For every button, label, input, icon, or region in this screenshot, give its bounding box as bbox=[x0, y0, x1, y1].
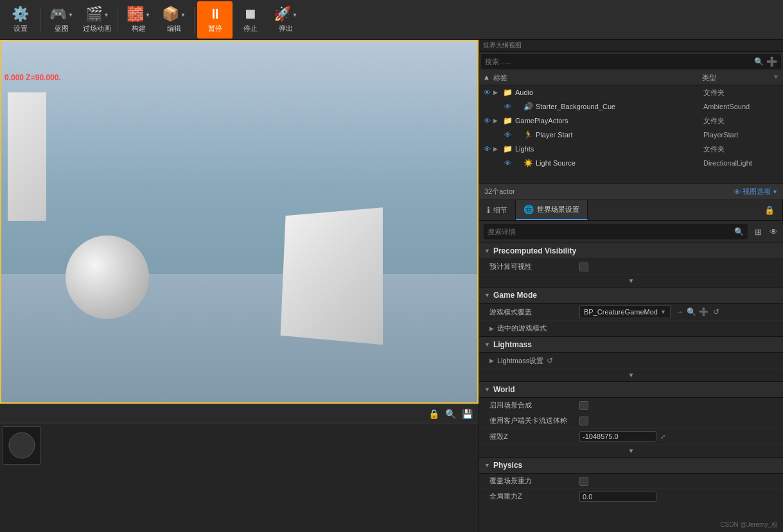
stop-button[interactable]: ⏹ 停止 bbox=[233, 1, 268, 39]
section-gamemode[interactable]: ▼ Game Mode bbox=[479, 287, 783, 304]
info-icon: ℹ bbox=[487, 205, 490, 215]
blueprint-button[interactable]: 🎮 ▼ 蓝图 bbox=[44, 1, 79, 39]
eye-icon-bgcue[interactable]: 👁 bbox=[502, 101, 513, 112]
outliner-search-icon: 🔍 bbox=[754, 57, 764, 66]
tab-details[interactable]: ℹ 细节 bbox=[479, 200, 516, 220]
expand-lights[interactable]: ▶ bbox=[493, 146, 501, 152]
gamemode-title: Game Mode bbox=[493, 291, 537, 300]
expand-gameplay[interactable]: ▶ bbox=[493, 117, 501, 124]
tree-item-bg-cue[interactable]: 👁 ▶ 🔊 Starter_Background_Cue AmbientSoun… bbox=[479, 99, 783, 114]
toolbar-separator-2 bbox=[118, 7, 118, 33]
prop-client-stream-label: 使用客户端关卡流送体称 bbox=[489, 416, 579, 425]
tab-details-label: 细节 bbox=[493, 205, 507, 215]
section-physics[interactable]: ▼ Physics bbox=[479, 457, 783, 474]
expand-audio[interactable]: ▶ bbox=[493, 89, 501, 96]
tab-lock-button[interactable]: 🔒 bbox=[757, 200, 783, 220]
eye-icon-lightsource[interactable]: 👁 bbox=[502, 158, 513, 168]
stop-icon: ⏹ bbox=[243, 6, 258, 22]
viewport-panel: 0.000 Z=90.000. 🔒 🔍 💾 bbox=[0, 40, 479, 532]
physics-arrow: ▼ bbox=[484, 462, 490, 468]
eye-icon-lights[interactable]: 👁 bbox=[482, 144, 492, 154]
tree-item-gameplayactors[interactable]: 👁 ▶ 📁 GamePlayActors 文件夹 bbox=[479, 114, 783, 128]
tree-item-light-source[interactable]: 👁 ▶ ☀️ Light Source DirectionalLight bbox=[479, 156, 783, 170]
grid-view-btn[interactable]: ⊞ bbox=[751, 225, 765, 239]
checkbox-world-comp[interactable] bbox=[579, 401, 588, 410]
settings-icon: ⚙️ bbox=[12, 6, 29, 22]
outliner-add-icon[interactable]: ➕ bbox=[766, 56, 777, 67]
details-search-input[interactable] bbox=[488, 228, 734, 236]
world-arrow: ▼ bbox=[484, 386, 490, 393]
prop-global-gravity-z: 全局重力Z bbox=[479, 489, 783, 504]
expand-bgcue: ▶ bbox=[514, 103, 522, 110]
view-options-button[interactable]: 👁 视图选项 ▼ bbox=[734, 187, 778, 196]
build-button[interactable]: 🧱 ▼ 构建 bbox=[121, 1, 156, 39]
toolbar-separator-1 bbox=[40, 7, 41, 33]
details-search-bar[interactable]: 🔍 bbox=[484, 224, 748, 239]
build-icon: 🧱 bbox=[127, 6, 144, 22]
folder-icon-lights: 📁 bbox=[502, 144, 513, 154]
gamemode-browse-icon[interactable]: → bbox=[674, 306, 685, 318]
prop-global-gravity-value bbox=[579, 492, 778, 502]
lock-icon[interactable]: 🔒 bbox=[426, 407, 441, 421]
tree-item-lights[interactable]: 👁 ▶ 📁 Lights 文件夹 bbox=[479, 142, 783, 156]
content-thumbnail[interactable] bbox=[3, 426, 41, 465]
gamemode-add-icon[interactable]: ➕ bbox=[698, 306, 710, 318]
world-more[interactable]: ▼ bbox=[479, 445, 783, 457]
eye-filter-btn[interactable]: 👁 bbox=[766, 225, 780, 239]
game-mode-select[interactable]: BP_CreatureGameMod ▼ bbox=[579, 305, 671, 318]
gamemode-reset-icon[interactable]: ↺ bbox=[710, 306, 722, 318]
settings-button[interactable]: ⚙️ 设置 bbox=[3, 1, 38, 39]
eye-icon-playerstart[interactable]: 👁 bbox=[502, 130, 513, 140]
cinematic-button[interactable]: 🎬 ▼ 过场动画 bbox=[79, 1, 115, 39]
tree-item-audio[interactable]: 👁 ▶ 📁 Audio 文件夹 bbox=[479, 85, 783, 99]
precomputed-more[interactable]: ▼ bbox=[479, 275, 783, 287]
tree-item-player-start[interactable]: 👁 ▶ 🏃 Player Start PlayerStart bbox=[479, 128, 783, 142]
killz-expand-icon[interactable]: ⤢ bbox=[657, 431, 669, 442]
light-icon: ☀️ bbox=[523, 158, 533, 168]
outliner-list[interactable]: 👁 ▶ 📁 Audio 文件夹 👁 ▶ 🔊 Starter_Background… bbox=[479, 85, 783, 183]
translate-icon: 📦 bbox=[162, 6, 179, 22]
pause-button[interactable]: ⏸ 暂停 bbox=[197, 1, 233, 39]
translate-arrow: ▼ bbox=[180, 12, 186, 18]
content-browser: 🔒 🔍 💾 bbox=[0, 404, 479, 532]
content-browser-toolbar: 🔒 🔍 💾 bbox=[0, 404, 479, 424]
player-icon: 🏃 bbox=[523, 130, 533, 140]
section-world[interactable]: ▼ World bbox=[479, 381, 783, 398]
viewport-3d[interactable]: 0.000 Z=90.000. bbox=[0, 40, 479, 404]
launch-icon: 🚀 bbox=[274, 6, 291, 22]
eye-icon-audio[interactable]: 👁 bbox=[482, 87, 492, 98]
selected-gamemode-expand[interactable]: ▶ bbox=[489, 325, 494, 332]
outliner-search-input[interactable] bbox=[485, 58, 754, 65]
game-mode-value: BP_CreatureGameMod bbox=[584, 308, 658, 316]
lightmass-settings-expand[interactable]: ▶ bbox=[489, 357, 494, 364]
global-gravity-input[interactable] bbox=[579, 492, 656, 502]
prop-client-streaming: 使用客户端关卡流送体称 bbox=[479, 413, 783, 429]
section-precomputed[interactable]: ▼ Precomputed Visibility bbox=[479, 243, 783, 259]
folder-icon-gameplay: 📁 bbox=[502, 116, 513, 126]
outliner-title-bar: 世界大纲视图 bbox=[479, 40, 783, 52]
checkbox-client-stream[interactable] bbox=[579, 416, 588, 425]
audio-folder-label: Audio bbox=[515, 89, 703, 96]
gamemode-search-icon[interactable]: 🔍 bbox=[686, 306, 698, 318]
checkbox-scene-gravity[interactable] bbox=[579, 477, 588, 486]
save-content-icon[interactable]: 💾 bbox=[459, 407, 475, 421]
right-panel: 世界大纲视图 🔍 ➕ ▲ 标签 类型 ▼ 👁 bbox=[479, 40, 783, 532]
launch-button[interactable]: 🚀 ▼ 弹出 bbox=[268, 1, 303, 39]
checkbox-precomputed[interactable] bbox=[579, 262, 588, 271]
lightmass-more[interactable]: ▼ bbox=[479, 369, 783, 381]
killz-input[interactable] bbox=[579, 431, 656, 442]
translate-button[interactable]: 📦 ▼ 编辑 bbox=[156, 1, 191, 39]
cube-right bbox=[281, 207, 383, 345]
eye-icon-gameplay[interactable]: 👁 bbox=[482, 116, 492, 126]
lightmass-reset-icon[interactable]: ↺ bbox=[544, 355, 556, 366]
light-source-type: DirectionalLight bbox=[703, 159, 780, 167]
tab-world-settings[interactable]: 🌐 世界场景设置 bbox=[516, 200, 588, 220]
cinematic-arrow: ▼ bbox=[104, 12, 109, 18]
section-lightmass[interactable]: ▼ Lightmass bbox=[479, 336, 783, 353]
outliner-search-bar[interactable]: 🔍 ➕ bbox=[481, 54, 781, 69]
details-content[interactable]: ▼ Precomputed Visibility 预计算可视性 ▼ ▼ Game… bbox=[479, 243, 783, 532]
audio-folder-type: 文件夹 bbox=[703, 88, 780, 98]
prop-client-stream-value bbox=[579, 416, 778, 425]
tabs-spacer bbox=[588, 200, 757, 220]
search-content-icon[interactable]: 🔍 bbox=[443, 407, 458, 421]
